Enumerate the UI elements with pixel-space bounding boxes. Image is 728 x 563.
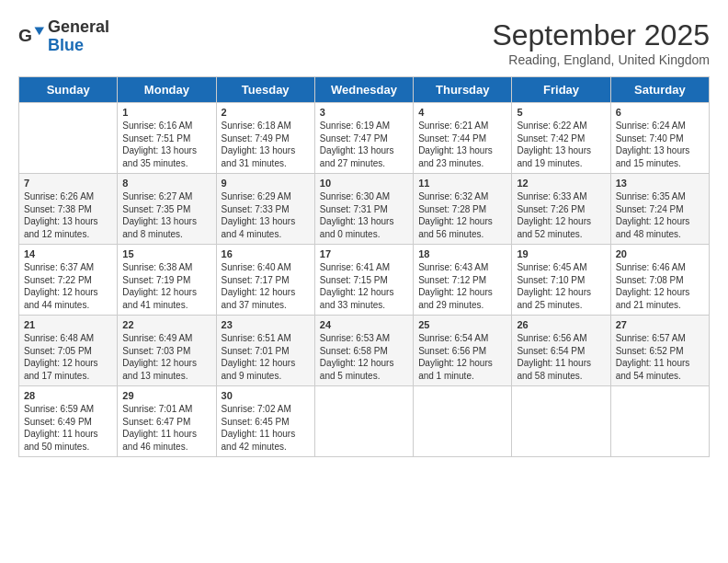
calendar-day-cell: 8Sunrise: 6:27 AM Sunset: 7:35 PM Daylig…	[118, 174, 216, 245]
calendar-week-row: 21Sunrise: 6:48 AM Sunset: 7:05 PM Dayli…	[19, 316, 710, 386]
calendar-day-cell	[610, 386, 709, 457]
day-number: 23	[222, 319, 310, 330]
calendar-day-cell: 26Sunrise: 6:56 AM Sunset: 6:54 PM Dayli…	[512, 316, 610, 386]
day-number: 24	[320, 319, 408, 330]
day-info: Sunrise: 6:32 AM Sunset: 7:28 PM Dayligh…	[418, 190, 506, 240]
day-number: 27	[616, 319, 704, 330]
calendar-day-cell: 3Sunrise: 6:19 AM Sunset: 7:47 PM Daylig…	[314, 103, 413, 174]
calendar-day-cell	[314, 386, 413, 457]
calendar-day-cell: 14Sunrise: 6:37 AM Sunset: 7:22 PM Dayli…	[19, 245, 118, 316]
title-block: September 2025 Reading, England, United …	[492, 18, 710, 67]
calendar-day-cell: 12Sunrise: 6:33 AM Sunset: 7:26 PM Dayli…	[512, 174, 610, 245]
calendar-week-row: 1Sunrise: 6:16 AM Sunset: 7:51 PM Daylig…	[19, 103, 710, 174]
logo-general-text: General	[48, 18, 109, 37]
day-info: Sunrise: 6:43 AM Sunset: 7:12 PM Dayligh…	[418, 261, 506, 311]
day-number: 20	[616, 248, 704, 259]
day-info: Sunrise: 6:35 AM Sunset: 7:24 PM Dayligh…	[616, 190, 704, 240]
day-info: Sunrise: 7:01 AM Sunset: 6:47 PM Dayligh…	[122, 403, 210, 453]
day-info: Sunrise: 6:48 AM Sunset: 7:05 PM Dayligh…	[24, 332, 112, 382]
calendar-day-cell: 11Sunrise: 6:32 AM Sunset: 7:28 PM Dayli…	[414, 174, 512, 245]
calendar-day-cell: 24Sunrise: 6:53 AM Sunset: 6:58 PM Dayli…	[314, 316, 413, 386]
calendar-day-cell: 15Sunrise: 6:38 AM Sunset: 7:19 PM Dayli…	[118, 245, 216, 316]
calendar-day-cell: 22Sunrise: 6:49 AM Sunset: 7:03 PM Dayli…	[118, 316, 216, 386]
day-number: 22	[122, 319, 210, 330]
day-info: Sunrise: 6:54 AM Sunset: 6:56 PM Dayligh…	[418, 332, 506, 382]
calendar-day-cell: 1Sunrise: 6:16 AM Sunset: 7:51 PM Daylig…	[118, 103, 216, 174]
calendar-table: SundayMondayTuesdayWednesdayThursdayFrid…	[18, 76, 710, 457]
calendar-day-cell: 20Sunrise: 6:46 AM Sunset: 7:08 PM Dayli…	[610, 245, 709, 316]
day-number: 2	[222, 107, 310, 118]
calendar-day-cell	[512, 386, 610, 457]
calendar-week-row: 14Sunrise: 6:37 AM Sunset: 7:22 PM Dayli…	[19, 245, 710, 316]
day-info: Sunrise: 6:41 AM Sunset: 7:15 PM Dayligh…	[320, 261, 408, 311]
day-info: Sunrise: 6:59 AM Sunset: 6:49 PM Dayligh…	[24, 403, 112, 453]
day-number: 6	[616, 107, 704, 118]
calendar-day-cell	[19, 103, 118, 174]
calendar-day-cell: 17Sunrise: 6:41 AM Sunset: 7:15 PM Dayli…	[314, 245, 413, 316]
day-number: 29	[122, 390, 210, 401]
logo: G General Blue	[18, 18, 109, 55]
calendar-day-cell: 7Sunrise: 6:26 AM Sunset: 7:38 PM Daylig…	[19, 174, 118, 245]
day-info: Sunrise: 6:27 AM Sunset: 7:35 PM Dayligh…	[122, 190, 210, 240]
day-info: Sunrise: 6:18 AM Sunset: 7:49 PM Dayligh…	[222, 120, 310, 169]
day-info: Sunrise: 7:02 AM Sunset: 6:45 PM Dayligh…	[222, 403, 310, 453]
day-info: Sunrise: 6:56 AM Sunset: 6:54 PM Dayligh…	[517, 332, 605, 382]
calendar-day-cell: 5Sunrise: 6:22 AM Sunset: 7:42 PM Daylig…	[512, 103, 610, 174]
svg-marker-1	[35, 27, 45, 35]
calendar-week-row: 7Sunrise: 6:26 AM Sunset: 7:38 PM Daylig…	[19, 174, 710, 245]
day-number: 16	[222, 248, 310, 259]
day-number: 3	[320, 107, 408, 118]
calendar-day-cell: 27Sunrise: 6:57 AM Sunset: 6:52 PM Dayli…	[610, 316, 709, 386]
logo-icon: G	[18, 24, 44, 50]
day-info: Sunrise: 6:21 AM Sunset: 7:44 PM Dayligh…	[418, 120, 506, 169]
day-number: 9	[222, 178, 310, 189]
calendar-day-cell: 18Sunrise: 6:43 AM Sunset: 7:12 PM Dayli…	[414, 245, 512, 316]
day-number: 15	[122, 248, 210, 259]
day-info: Sunrise: 6:53 AM Sunset: 6:58 PM Dayligh…	[320, 332, 408, 382]
day-number: 18	[418, 248, 506, 259]
month-title: September 2025	[492, 18, 710, 52]
day-info: Sunrise: 6:45 AM Sunset: 7:10 PM Dayligh…	[517, 261, 605, 311]
col-header-sunday: Sunday	[19, 77, 118, 103]
calendar-day-cell: 13Sunrise: 6:35 AM Sunset: 7:24 PM Dayli…	[610, 174, 709, 245]
calendar-day-cell: 9Sunrise: 6:29 AM Sunset: 7:33 PM Daylig…	[216, 174, 314, 245]
calendar-day-cell: 25Sunrise: 6:54 AM Sunset: 6:56 PM Dayli…	[414, 316, 512, 386]
calendar-day-cell: 6Sunrise: 6:24 AM Sunset: 7:40 PM Daylig…	[610, 103, 709, 174]
col-header-wednesday: Wednesday	[314, 77, 413, 103]
day-number: 19	[517, 248, 605, 259]
day-number: 7	[24, 178, 112, 189]
day-number: 26	[517, 319, 605, 330]
logo-blue-text: Blue	[48, 37, 109, 55]
day-number: 11	[418, 178, 506, 189]
day-info: Sunrise: 6:16 AM Sunset: 7:51 PM Dayligh…	[122, 120, 210, 169]
day-info: Sunrise: 6:30 AM Sunset: 7:31 PM Dayligh…	[320, 190, 408, 240]
day-number: 4	[418, 107, 506, 118]
day-info: Sunrise: 6:51 AM Sunset: 7:01 PM Dayligh…	[222, 332, 310, 382]
day-number: 14	[24, 248, 112, 259]
calendar-day-cell: 2Sunrise: 6:18 AM Sunset: 7:49 PM Daylig…	[216, 103, 314, 174]
calendar-day-cell: 23Sunrise: 6:51 AM Sunset: 7:01 PM Dayli…	[216, 316, 314, 386]
day-info: Sunrise: 6:29 AM Sunset: 7:33 PM Dayligh…	[222, 190, 310, 240]
day-info: Sunrise: 6:19 AM Sunset: 7:47 PM Dayligh…	[320, 120, 408, 169]
day-info: Sunrise: 6:26 AM Sunset: 7:38 PM Dayligh…	[24, 190, 112, 240]
day-info: Sunrise: 6:38 AM Sunset: 7:19 PM Dayligh…	[122, 261, 210, 311]
calendar-day-cell: 4Sunrise: 6:21 AM Sunset: 7:44 PM Daylig…	[414, 103, 512, 174]
day-number: 5	[517, 107, 605, 118]
calendar-day-cell: 10Sunrise: 6:30 AM Sunset: 7:31 PM Dayli…	[314, 174, 413, 245]
col-header-tuesday: Tuesday	[216, 77, 314, 103]
calendar-day-cell: 30Sunrise: 7:02 AM Sunset: 6:45 PM Dayli…	[216, 386, 314, 457]
day-info: Sunrise: 6:57 AM Sunset: 6:52 PM Dayligh…	[616, 332, 704, 382]
col-header-monday: Monday	[118, 77, 216, 103]
day-number: 10	[320, 178, 408, 189]
location-subtitle: Reading, England, United Kingdom	[492, 52, 710, 67]
calendar-week-row: 28Sunrise: 6:59 AM Sunset: 6:49 PM Dayli…	[19, 386, 710, 457]
day-number: 25	[418, 319, 506, 330]
col-header-friday: Friday	[512, 77, 610, 103]
day-info: Sunrise: 6:24 AM Sunset: 7:40 PM Dayligh…	[616, 120, 704, 169]
day-number: 13	[616, 178, 704, 189]
day-info: Sunrise: 6:33 AM Sunset: 7:26 PM Dayligh…	[517, 190, 605, 240]
calendar-day-cell: 19Sunrise: 6:45 AM Sunset: 7:10 PM Dayli…	[512, 245, 610, 316]
calendar-header-row: SundayMondayTuesdayWednesdayThursdayFrid…	[19, 77, 710, 103]
day-number: 17	[320, 248, 408, 259]
day-number: 12	[517, 178, 605, 189]
